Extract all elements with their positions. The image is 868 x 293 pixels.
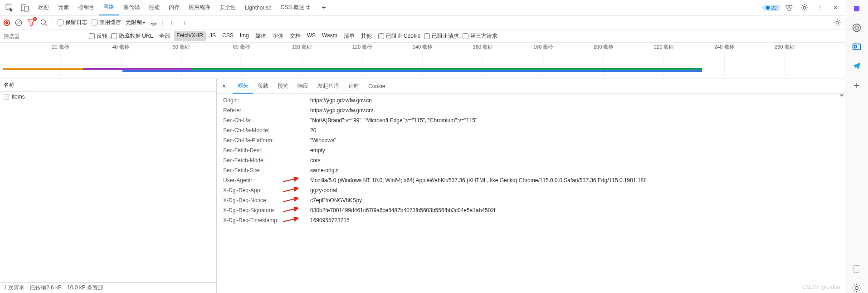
header-value: empty	[310, 146, 845, 154]
record-icon[interactable]	[4, 20, 10, 26]
header-value: https://ygp.gdzwfw.gov.cn/	[310, 106, 845, 114]
tab-css 概述[interactable]: CSS 概述 ⚗	[276, 0, 315, 15]
edge-sidebar: ＋	[845, 0, 868, 293]
svg-point-4	[789, 5, 792, 8]
header-row: X-Dgi-Req-App:ggzy-portal	[223, 185, 845, 195]
filter-type-媒体[interactable]: 媒体	[253, 31, 269, 41]
filter-type-fetch/xhr[interactable]: Fetch/XHR	[174, 31, 206, 41]
timeline-tick: 240 毫秒	[714, 44, 734, 50]
timeline-bar	[122, 70, 702, 72]
throttle-select[interactable]: 无限制	[126, 19, 145, 26]
svg-point-3	[786, 5, 789, 8]
download-har-icon[interactable]: ↓	[180, 19, 188, 27]
sidebar-screenshot-icon[interactable]	[852, 264, 862, 274]
header-value: Mozilla/5.0 (Windows NT 10.0; Win64; x64…	[310, 176, 845, 184]
header-row: X-Dgi-Req-Nonce:c7epFfoONGVhKSpy	[223, 195, 845, 205]
detail-tab-Cookie[interactable]: Cookie	[364, 79, 390, 94]
filter-type-全部[interactable]: 全部	[156, 31, 173, 41]
timeline-tick: 180 毫秒	[533, 44, 553, 50]
svg-point-11	[836, 21, 839, 24]
blocked-requests-checkbox[interactable]: 已阻止请求	[424, 32, 459, 40]
detail-tab-发起程序[interactable]: 发起程序	[313, 79, 344, 94]
close-detail-icon[interactable]: ✕	[219, 82, 229, 91]
sidebar-add-icon[interactable]: ＋	[852, 80, 862, 90]
filter-type-字体[interactable]: 字体	[270, 31, 286, 41]
preserve-log-checkbox[interactable]: 保留日志	[58, 19, 87, 26]
outlook-icon[interactable]	[852, 42, 862, 52]
filter-type-wasm[interactable]: Wasm	[319, 31, 340, 41]
header-row: Sec-Fetch-Mode:cors	[223, 155, 845, 165]
devtools-tabbar: 欢迎元素控制台网络源代码性能内存应用程序安全性LighthouseCSS 概述 …	[0, 0, 845, 15]
column-header-name[interactable]: 名称	[0, 79, 216, 92]
tab-性能[interactable]: 性能	[144, 0, 164, 15]
filter-type-css[interactable]: CSS	[219, 31, 236, 41]
feedback-icon[interactable]	[785, 4, 793, 12]
timeline-tick: 80 毫秒	[233, 44, 250, 50]
network-settings-icon[interactable]	[833, 19, 841, 27]
filter-type-js[interactable]: JS	[207, 31, 219, 41]
watermark: CSDN @caker	[802, 283, 841, 290]
filter-type-img[interactable]: Img	[237, 31, 252, 41]
svg-point-5	[803, 6, 806, 9]
header-row: Sec-Fetch-Site:same-origin	[223, 165, 845, 175]
filter-type-其他[interactable]: 其他	[358, 31, 375, 41]
tab-安全性[interactable]: 安全性	[215, 0, 240, 15]
detail-tab-负载[interactable]: 负载	[253, 79, 273, 94]
filter-input[interactable]	[4, 33, 85, 40]
header-name: Sec-Fetch-Dest:	[223, 146, 310, 154]
request-row[interactable]: items	[0, 92, 216, 102]
third-party-checkbox[interactable]: 第三方请求	[463, 32, 497, 40]
invert-checkbox[interactable]: 反转	[89, 32, 107, 40]
search-icon[interactable]	[40, 19, 48, 27]
tab-lighthouse[interactable]: Lighthouse	[240, 0, 276, 15]
more-icon[interactable]: ⋮	[816, 4, 824, 12]
upload-har-icon[interactable]: ↑	[167, 19, 176, 27]
request-list: 名称 items 1 次请求 已传输2.6 kB 10.0 kB 条资源	[0, 79, 217, 293]
settings-icon[interactable]	[800, 4, 809, 12]
timeline-tick: 40 毫秒	[112, 44, 129, 50]
device-toggle-icon[interactable]	[21, 4, 29, 12]
add-tab-icon[interactable]: ＋	[320, 4, 328, 12]
detail-tab-响应[interactable]: 响应	[293, 79, 313, 94]
issues-badge[interactable]: 22	[762, 5, 780, 11]
close-devtools-icon[interactable]: ✕	[831, 4, 839, 12]
inspect-icon[interactable]	[5, 4, 14, 12]
header-value: "Windows"	[310, 136, 845, 144]
sidebar-app-icon[interactable]	[852, 4, 862, 14]
disable-cache-checkbox[interactable]: 禁用缓存	[92, 19, 121, 26]
tab-应用程序[interactable]: 应用程序	[184, 0, 215, 15]
tab-控制台[interactable]: 控制台	[73, 0, 99, 15]
header-value: c7epFfoONGVhKSpy	[310, 196, 845, 204]
header-name: X-Dgi-Req-Nonce:	[223, 196, 310, 204]
sidebar-settings-icon[interactable]	[852, 283, 862, 293]
filter-bar: 反转 隐藏数据 URL 全部Fetch/XHRJSCSSImg媒体字体文档WSW…	[0, 30, 845, 43]
detail-tab-预览[interactable]: 预览	[273, 79, 293, 94]
header-name: Sec-Fetch-Site:	[223, 166, 310, 174]
clear-icon[interactable]	[15, 19, 23, 27]
timeline-tick: 220 毫秒	[654, 44, 673, 50]
header-row: Sec-Ch-Ua-Mobile:?0	[223, 125, 845, 135]
timeline[interactable]: 20 毫秒40 毫秒60 毫秒80 毫秒100 毫秒120 毫秒140 毫秒16…	[0, 43, 845, 79]
tab-网络[interactable]: 网络	[99, 0, 119, 15]
header-row: Sec-Ch-Ua-Platform:"Windows"	[223, 135, 845, 145]
header-value: 1690955723715	[310, 216, 845, 224]
tab-欢迎[interactable]: 欢迎	[34, 0, 54, 15]
filter-type-文档[interactable]: 文档	[287, 31, 303, 41]
hide-data-url-checkbox[interactable]: 隐藏数据 URL	[111, 32, 153, 40]
tab-元素[interactable]: 元素	[54, 0, 73, 15]
telegram-icon[interactable]	[852, 61, 862, 71]
tab-源代码[interactable]: 源代码	[119, 0, 144, 15]
header-row: Referer:https://ygp.gdzwfw.gov.cn/	[223, 105, 845, 115]
header-value: 030b2fe7001499d461c67f9a6ce5487b4073fb56…	[310, 206, 845, 214]
detail-tab-标头[interactable]: 标头	[233, 79, 253, 94]
filter-type-清单[interactable]: 清单	[341, 31, 357, 41]
copilot-icon[interactable]	[852, 23, 862, 33]
filter-errors-icon[interactable]: ×	[27, 19, 35, 27]
header-row: X-Dgi-Req-Timestamp:1690955723715	[223, 215, 845, 225]
tab-内存[interactable]: 内存	[164, 0, 184, 15]
timeline-tick: 160 毫秒	[473, 44, 493, 50]
blocked-cookies-checkbox[interactable]: 已阻止 Cookie	[378, 32, 421, 40]
detail-tab-计时[interactable]: 计时	[344, 79, 364, 94]
network-conditions-icon[interactable]	[150, 19, 158, 27]
filter-type-ws[interactable]: WS	[304, 31, 318, 41]
